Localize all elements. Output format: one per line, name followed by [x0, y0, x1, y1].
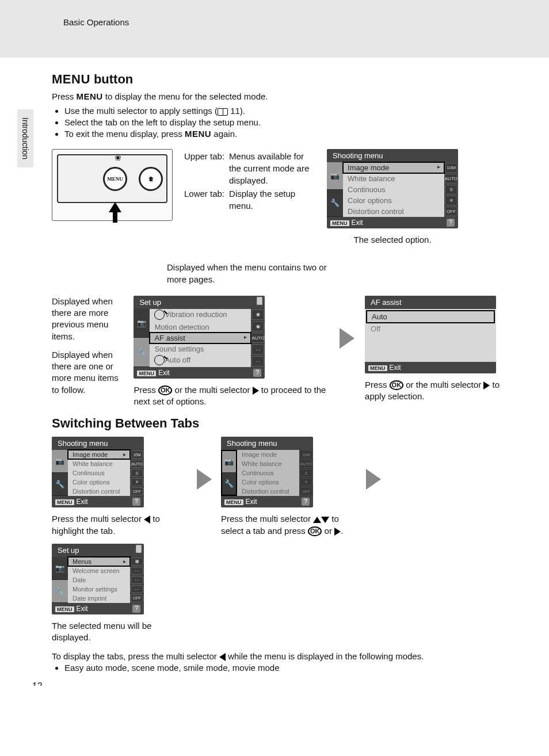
modes-item: Easy auto mode, scene mode, smile mode, … — [64, 663, 509, 673]
tabs-step-1: Shooting menu 📷🔧 Image mode White balanc… — [52, 437, 190, 537]
lcd-item: Distortion control — [343, 206, 444, 217]
wrench-tab-icon: 🔧 — [134, 338, 150, 367]
switching-tabs-heading: Switching Between Tabs — [52, 416, 509, 431]
shooting-menu-block: Shooting menu 📷 🔧 Image mode White balan… — [327, 149, 458, 246]
lcd-item: Color options — [343, 195, 444, 206]
macro-icon: ❀ — [115, 153, 121, 162]
camera-tab-icon: 📷 — [134, 309, 150, 338]
tab-description: Upper tab: Menus available for the curre… — [183, 149, 317, 213]
upper-tab-label: Upper tab: — [184, 150, 228, 186]
menu-bullet-list: Use the multi selector to apply settings… — [52, 106, 509, 139]
book-icon — [218, 108, 228, 116]
lcd-setup-small: Set up 📷🔧 Menus Welcome screen Date Moni… — [52, 544, 144, 614]
help-icon: ? — [253, 369, 261, 377]
prev-next-captions: Displayed when there are more previous m… — [52, 296, 123, 396]
camera-and-lcd-row: ❀ MENU 🗑 Upper tab: Menus available for … — [52, 149, 509, 246]
tabs-step-2: Shooting menu 📷🔧 Image mode White balanc… — [221, 437, 359, 537]
camera-tab-icon: 📷 — [52, 557, 68, 580]
step3-caption: The selected menu will be displayed. — [52, 620, 190, 644]
lcd-status-icons: 10M AUTO S ✕ OFF — [444, 162, 458, 217]
lower-tab-desc: Display the setup menu. — [229, 188, 315, 212]
closing-paragraph: To display the tabs, press the multi sel… — [52, 651, 509, 661]
left-arrow-icon — [219, 653, 226, 661]
arrow-separator — [340, 296, 354, 349]
lcd-item: Sound settings — [150, 343, 251, 354]
upper-tab-desc: Menus available for the current mode are… — [229, 150, 315, 186]
lcd-shooting-small: Shooting menu 📷🔧 Image mode White balanc… — [52, 437, 144, 507]
lcd-title: AF assist — [365, 296, 496, 309]
scrollbar-icon — [257, 297, 262, 305]
switching-tabs-row: Shooting menu 📷🔧 Image mode White balanc… — [52, 437, 509, 643]
wrench-tab-icon: 🔧 — [52, 580, 68, 603]
lcd-title: Set up — [134, 296, 265, 309]
right-arrow-icon — [253, 387, 259, 395]
ok-icon: OK — [390, 380, 404, 390]
down-arrow-icon — [321, 517, 329, 523]
wrench-tab-icon: 🔧 — [222, 473, 236, 495]
lcd-item: Motion detection — [150, 322, 251, 333]
tabs-step-3: Set up 📷🔧 Menus Welcome screen Date Moni… — [52, 544, 190, 644]
lcd-item: Auto off — [150, 354, 251, 367]
lcd-setup-menu: Set up 📷 🔧 Vibration reduction Motion de… — [134, 296, 265, 379]
lcd-item: White balance — [343, 173, 444, 184]
step2-caption: Press the multi selector to select a tab… — [221, 513, 359, 537]
apply-caption: Press OK or the multi selector to apply … — [365, 379, 509, 403]
section-title: Basic Operations — [63, 17, 549, 27]
page-number: 12 — [32, 681, 42, 686]
setup-lcd-block: Set up 📷 🔧 Vibration reduction Motion de… — [134, 296, 329, 408]
up-arrow-icon — [313, 517, 321, 523]
camera-back-illustration: ❀ MENU 🗑 — [52, 149, 173, 221]
modes-list: Easy auto mode, scene mode, smile mode, … — [52, 663, 509, 673]
menu-button-icon: MENU — [103, 167, 127, 191]
wrench-tab-icon: 🔧 — [327, 190, 343, 217]
af-assist-block: AF assist Auto Off MENUExit Press OK or … — [365, 296, 509, 403]
page-content: Introduction MENU button Press MENU to d… — [0, 58, 549, 686]
proceed-caption: Press OK or the multi selector to procee… — [134, 384, 329, 408]
bullet-item: To exit the menu display, press MENU aga… — [64, 129, 509, 139]
up-indicator-icon — [154, 310, 165, 320]
bullet-item: Select the tab on the left to display th… — [64, 117, 509, 127]
big-right-arrow-icon — [366, 469, 381, 490]
right-arrow-icon — [483, 381, 490, 390]
lcd-item: Vibration reduction — [150, 309, 251, 322]
menu-intro: Press MENU to display the menu for the s… — [52, 91, 509, 101]
middle-row: Displayed when there are more previous m… — [52, 296, 509, 408]
lcd-item: Image mode — [342, 162, 445, 174]
scrollbar-caption: Displayed when the menu contains two or … — [167, 262, 334, 285]
lcd-item: AF assist — [149, 332, 251, 344]
lcd-option: Auto — [366, 310, 495, 323]
lcd-af-assist: AF assist Auto Off MENUExit — [365, 296, 496, 373]
next-items-caption: Displayed when there are one or more men… — [52, 349, 123, 396]
scrollbar-icon — [136, 545, 142, 553]
prev-items-caption: Displayed when there are more previous m… — [52, 296, 123, 342]
big-right-arrow-icon — [340, 328, 354, 349]
big-right-arrow-icon — [197, 469, 212, 490]
left-arrow-icon — [144, 516, 150, 524]
camera-tab-icon: 📷 — [52, 450, 68, 473]
lcd-option: Off — [366, 323, 495, 334]
side-tab-introduction: Introduction — [17, 109, 33, 167]
bullet-item: Use the multi selector to apply settings… — [64, 106, 509, 116]
camera-tab-icon: 📷 — [222, 451, 236, 473]
lcd-shooting-dim: Shooting menu 📷🔧 Image mode White balanc… — [221, 437, 313, 507]
pointer-arrow-icon — [109, 201, 121, 223]
selected-option-caption: The selected option. — [327, 234, 458, 246]
trash-button-icon: 🗑 — [139, 167, 163, 191]
wrench-tab-icon: 🔧 — [52, 473, 68, 496]
page-header: Basic Operations — [0, 0, 549, 58]
menu-button-heading: MENU button — [52, 72, 509, 87]
ok-icon: OK — [158, 385, 173, 395]
lower-tab-label: Lower tab: — [184, 188, 228, 212]
ok-icon: OK — [308, 526, 322, 536]
lcd-shooting-menu: Shooting menu 📷 🔧 Image mode White balan… — [327, 149, 458, 228]
down-indicator-icon — [154, 355, 165, 365]
lcd-status-icons: ◉ ◉ AUTO - - - - — [251, 309, 265, 367]
right-arrow-icon — [334, 528, 341, 536]
lcd-title: Shooting menu — [327, 149, 458, 162]
lcd-item: Continuous — [343, 184, 444, 195]
step1-caption: Press the multi selector to highlight th… — [52, 513, 190, 537]
help-icon: ? — [447, 219, 455, 227]
camera-tab-icon: 📷 — [327, 162, 343, 190]
menu-glyph: MENU — [52, 72, 90, 86]
